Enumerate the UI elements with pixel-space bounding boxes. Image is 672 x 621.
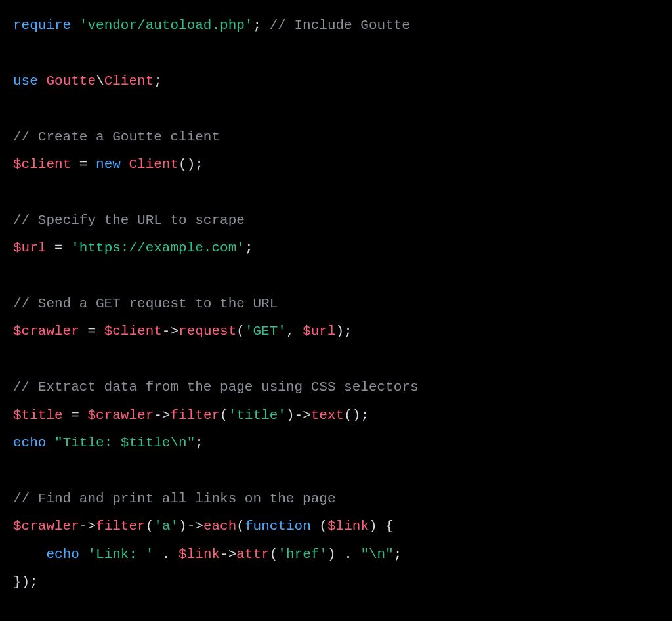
code-token: -> (220, 547, 236, 562)
code-token: each (203, 519, 236, 534)
code-token: -> (154, 408, 170, 423)
code-token: // Extract data from the page using CSS … (13, 379, 419, 395)
code-token: -> (162, 324, 178, 339)
code-token (13, 547, 46, 562)
code-line: $url = 'https://example.com'; (13, 240, 253, 255)
code-token: }); (13, 574, 38, 589)
code-line: $crawler->filter('a')->each(function ($l… (13, 519, 394, 534)
code-line: $client = new Client(); (13, 157, 203, 172)
code-token: $url (13, 240, 46, 255)
code-token: ; (253, 18, 261, 33)
code-token: ) { (369, 519, 394, 534)
code-line: }); (13, 574, 38, 589)
code-token: $url (303, 324, 335, 339)
code-token (121, 157, 129, 172)
code-token: filter (96, 519, 146, 534)
code-token: = (79, 324, 104, 339)
code-token: // Find and print all links on the page (13, 491, 335, 506)
code-token (46, 435, 54, 450)
code-token: (); (178, 157, 203, 172)
code-token (261, 18, 270, 33)
code-line: // Find and print all links on the page (13, 491, 335, 506)
code-token: ; (154, 74, 162, 89)
code-token (71, 18, 79, 33)
code-token: Goutte (46, 74, 96, 89)
code-token: "Title: $title\n" (54, 435, 195, 450)
code-token: 'title' (228, 408, 286, 423)
code-token: // Include Goutte (270, 18, 410, 33)
code-token: ( (236, 519, 245, 534)
code-token: ; (195, 435, 203, 450)
code-token: $crawler (87, 408, 154, 423)
code-token: filter (170, 408, 220, 423)
code-token: ( (270, 547, 278, 562)
code-token: $link (327, 519, 369, 534)
code-token: echo (46, 547, 79, 562)
code-token: = (71, 157, 96, 172)
code-token: "\n" (360, 547, 393, 562)
code-token: -> (79, 519, 96, 534)
code-token: ( (220, 408, 228, 423)
code-token: function (245, 519, 311, 534)
code-token: // Send a GET request to the URL (13, 296, 278, 311)
code-token: ( (146, 519, 154, 534)
code-token: , (286, 324, 303, 339)
code-token: echo (13, 435, 46, 450)
code-token: (); (344, 408, 369, 423)
code-line: require 'vendor/autoload.php'; // Includ… (13, 18, 410, 33)
code-token: $title (13, 408, 63, 423)
code-token: $crawler (13, 324, 79, 339)
code-token: $link (178, 547, 220, 562)
code-token: 'a' (154, 519, 178, 534)
code-line: // Specify the URL to scrape (13, 213, 245, 228)
code-token: attr (236, 547, 269, 562)
code-line: $crawler = $client->request('GET', $url)… (13, 324, 352, 339)
code-line: // Create a Goutte client (13, 129, 220, 144)
code-token: 'vendor/autoload.php' (79, 18, 253, 33)
code-token: $client (104, 324, 162, 339)
code-token: require (13, 18, 71, 33)
code-token: use (13, 74, 38, 89)
code-token: ( (311, 519, 327, 534)
code-token: 'https://example.com' (71, 240, 245, 255)
code-line: echo 'Link: ' . $link->attr('href') . "\… (13, 547, 402, 562)
code-token: $client (13, 157, 71, 172)
code-token: \ (96, 74, 104, 89)
code-line: // Extract data from the page using CSS … (13, 379, 419, 395)
code-line: // Send a GET request to the URL (13, 296, 278, 311)
code-token: new (96, 157, 121, 172)
code-token: ( (236, 324, 245, 339)
code-token: ) . (327, 547, 360, 562)
code-token: $crawler (13, 519, 79, 534)
code-line: echo "Title: $title\n"; (13, 435, 203, 450)
code-token: // Create a Goutte client (13, 129, 220, 144)
code-token: ; (394, 547, 402, 562)
code-token: 'GET' (245, 324, 286, 339)
code-token: )-> (178, 519, 203, 534)
code-token: Client (104, 74, 154, 89)
code-token (79, 547, 88, 562)
code-token (38, 74, 47, 89)
code-token: = (46, 240, 71, 255)
code-line: use Goutte\Client; (13, 74, 162, 89)
code-token: = (63, 408, 88, 423)
code-token: ; (245, 240, 253, 255)
code-token: 'href' (278, 547, 327, 562)
code-token: )-> (286, 408, 311, 423)
code-token: . (154, 547, 178, 562)
code-line: $title = $crawler->filter('title')->text… (13, 408, 369, 423)
code-token: text (311, 408, 344, 423)
code-token: ); (336, 324, 352, 339)
code-token: Client (129, 157, 178, 172)
code-block: require 'vendor/autoload.php'; // Includ… (0, 0, 672, 610)
code-token: request (178, 324, 236, 339)
code-token: 'Link: ' (87, 547, 154, 562)
code-token: // Specify the URL to scrape (13, 213, 245, 228)
